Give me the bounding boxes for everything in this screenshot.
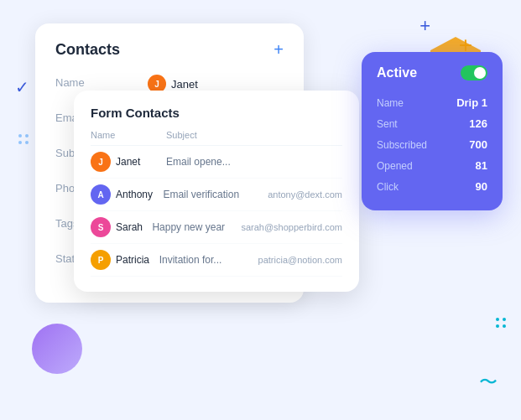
row-name-sarah: S Sarah <box>91 217 152 237</box>
table-row: P Patricia Invitation for... patricia@no… <box>91 244 342 277</box>
sarah-subject: Happy new year <box>152 221 241 233</box>
wave-icon: 〜 <box>479 370 498 395</box>
add-contact-button[interactable]: + <box>274 40 284 60</box>
janet-row-avatar: J <box>91 152 111 172</box>
stat-row-subscribed: Subscribed 700 <box>377 134 487 155</box>
active-panel-header: Active <box>377 65 487 80</box>
form-contacts-title: Form Contacts <box>91 106 342 120</box>
anthony-avatar: A <box>91 184 111 205</box>
stat-value-sent: 126 <box>469 117 487 130</box>
janet-name: Janet <box>116 156 140 168</box>
sarah-avatar: S <box>91 217 111 237</box>
patricia-subject: Invitation for... <box>159 254 258 266</box>
dots-right <box>496 318 506 328</box>
form-contacts-panel: Form Contacts Name Subject J Janet Email… <box>74 91 359 292</box>
col-subject-header: Subject <box>166 130 275 140</box>
row-name-janet: J Janet <box>91 152 166 172</box>
table-row: S Sarah Happy new year sarah@shopperbird… <box>91 211 342 244</box>
sarah-email: sarah@shopperbird.com <box>241 222 342 232</box>
stat-row-opened: Opened 81 <box>377 155 487 176</box>
stat-label-subscribed: Subscribed <box>377 139 427 151</box>
anthony-name: Anthony <box>116 189 153 200</box>
stat-label-sent: Sent <box>377 118 398 130</box>
patricia-email: patricia@notion.com <box>258 255 342 265</box>
dots-left <box>18 134 29 144</box>
cross-blue-icon: + <box>419 15 430 37</box>
stat-row-name: Name Drip 1 <box>377 92 487 113</box>
stat-value-click: 90 <box>476 180 487 193</box>
sarah-name: Sarah <box>116 221 143 233</box>
active-title: Active <box>377 65 417 80</box>
row-name-patricia: P Patricia <box>91 250 159 270</box>
anthony-subject: Email verification <box>163 189 268 200</box>
stat-label-click: Click <box>377 181 399 193</box>
active-toggle[interactable] <box>461 65 487 80</box>
stat-row-sent: Sent 126 <box>377 113 487 134</box>
active-panel: Active Name Drip 1 Sent 126 Subscribed 7… <box>362 52 503 210</box>
stat-value-opened: 81 <box>476 159 487 172</box>
stat-label-name: Name <box>377 97 404 109</box>
patricia-avatar: P <box>91 250 111 270</box>
col-name-header: Name <box>91 130 166 140</box>
stat-value-subscribed: 700 <box>469 138 487 151</box>
table-row: J Janet Email opene... <box>91 146 342 179</box>
name-label: Name <box>55 75 148 89</box>
stat-label-opened: Opened <box>377 160 413 172</box>
circle-decoration <box>32 324 82 374</box>
anthony-email: antony@dext.com <box>268 189 342 200</box>
patricia-name: Patricia <box>116 254 149 266</box>
form-contacts-table-header: Name Subject <box>91 130 342 146</box>
stat-row-click: Click 90 <box>377 176 487 197</box>
janet-subject: Email opene... <box>166 156 275 168</box>
check-icon: ✓ <box>15 77 29 97</box>
stat-value-name: Drip 1 <box>456 96 487 109</box>
contacts-title: Contacts <box>55 41 120 59</box>
table-row: A Anthony Email verification antony@dext… <box>91 179 342 211</box>
row-name-anthony: A Anthony <box>91 184 163 205</box>
